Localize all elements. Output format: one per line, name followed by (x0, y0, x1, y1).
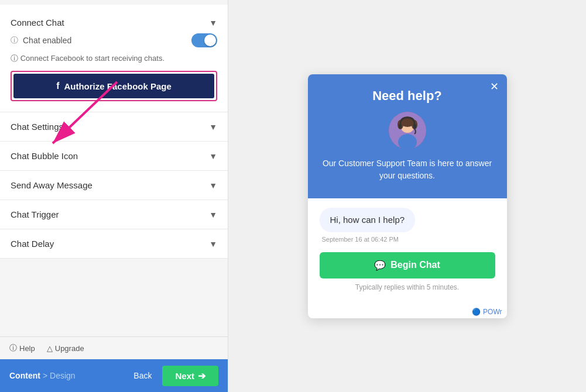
right-panel: ✕ Need help? (228, 0, 586, 392)
authorize-facebook-button[interactable]: f Authorize Facebook Page (13, 74, 214, 98)
powr-icon: 🔵 (472, 308, 481, 316)
help-label: Help (19, 344, 35, 353)
chat-timestamp: September 16 at 06:42 PM (322, 236, 495, 243)
chat-widget: ✕ Need help? (308, 74, 507, 318)
svg-rect-8 (399, 124, 402, 129)
breadcrumb-design: Design (50, 371, 76, 380)
sections-area: Connect Chat ▼ ⓘ Chat enabled ⓘ Connect … (0, 0, 228, 336)
help-link[interactable]: ⓘ Help (9, 343, 35, 353)
send-away-message-chevron: ▼ (209, 181, 217, 190)
left-panel-wrapper: Connect Chat ▼ ⓘ Chat enabled ⓘ Connect … (0, 0, 228, 392)
breadcrumb-separator: > (43, 371, 47, 380)
avatar (389, 112, 426, 149)
begin-chat-label: Begin Chat (390, 260, 440, 270)
chat-enabled-label: Chat enabled (23, 36, 71, 45)
send-away-message-title: Send Away Message (11, 180, 92, 190)
chat-message-text: Hi, how can I help? (330, 215, 405, 225)
chat-enabled-help-icon: ⓘ (11, 35, 18, 46)
facebook-icon: f (56, 81, 59, 91)
next-arrow-icon: ➔ (198, 370, 205, 381)
chat-delay-section[interactable]: Chat Delay ▼ (0, 229, 228, 259)
begin-chat-button[interactable]: 💬 Begin Chat (320, 252, 495, 278)
connect-chat-chevron: ▼ (209, 18, 217, 27)
chat-trigger-chevron: ▼ (209, 210, 217, 219)
send-away-message-section[interactable]: Send Away Message ▼ (0, 171, 228, 200)
chat-header-title: Need help? (320, 88, 495, 104)
chat-trigger-title: Chat Trigger (11, 209, 59, 219)
chat-delay-chevron: ▼ (209, 239, 217, 249)
bottom-bar-actions: Back Next ➔ (128, 366, 218, 386)
chat-settings-chevron: ▼ (209, 122, 217, 132)
chat-settings-title: Chat Settings (11, 122, 63, 132)
chat-body: Hi, how can I help? September 16 at 06:4… (308, 198, 507, 305)
authorize-btn-wrapper: f Authorize Facebook Page (11, 71, 217, 101)
chat-trigger-section[interactable]: Chat Trigger ▼ (0, 200, 228, 229)
help-icon: ⓘ (9, 343, 17, 353)
reply-time: Typically replies within 5 minutes. (320, 283, 495, 291)
chat-settings-section[interactable]: Chat Settings ▼ (0, 112, 228, 142)
chat-header: ✕ Need help? (308, 74, 507, 198)
connect-hint-help-icon: ⓘ (11, 54, 18, 63)
chat-enabled-row: ⓘ Chat enabled (11, 33, 217, 47)
begin-chat-icon: 💬 (374, 260, 386, 271)
avatar-svg (389, 112, 426, 149)
breadcrumb-content: Content (9, 371, 40, 380)
upgrade-label: Upgrade (55, 344, 84, 353)
back-button[interactable]: Back (128, 367, 157, 384)
chat-message-bubble: Hi, how can I help? (320, 208, 416, 232)
powr-footer[interactable]: 🔵 POWr (308, 305, 507, 318)
chat-close-button[interactable]: ✕ (490, 80, 499, 93)
powr-label: POWr (483, 308, 502, 316)
breadcrumb: Content > Design (9, 371, 76, 380)
bottom-bar: Content > Design Back Next ➔ (0, 359, 228, 392)
next-btn-label: Next (175, 371, 194, 381)
chat-delay-title: Chat Delay (11, 239, 54, 249)
chat-subtitle: Our Customer Support Team is here to ans… (320, 157, 495, 182)
svg-rect-9 (413, 124, 416, 129)
footer-links: ⓘ Help △ Upgrade (0, 336, 228, 359)
connect-chat-section: Connect Chat ▼ ⓘ Chat enabled ⓘ Connect … (0, 5, 228, 112)
authorize-btn-label: Authorize Facebook Page (64, 81, 171, 91)
connect-chat-title: Connect Chat (11, 18, 64, 27)
chat-bubble-icon-chevron: ▼ (209, 152, 217, 161)
chat-bubble-icon-title: Chat Bubble Icon (11, 151, 78, 161)
connect-chat-header[interactable]: Connect Chat ▼ (11, 11, 217, 33)
chat-bubble-icon-section[interactable]: Chat Bubble Icon ▼ (0, 142, 228, 171)
upgrade-link[interactable]: △ Upgrade (47, 343, 84, 353)
connect-hint: ⓘ Connect Facebook to start receiving ch… (11, 53, 217, 64)
next-button[interactable]: Next ➔ (162, 366, 218, 386)
left-panel: Connect Chat ▼ ⓘ Chat enabled ⓘ Connect … (0, 0, 228, 392)
chat-enabled-toggle[interactable] (191, 33, 217, 47)
upgrade-icon: △ (47, 344, 53, 353)
